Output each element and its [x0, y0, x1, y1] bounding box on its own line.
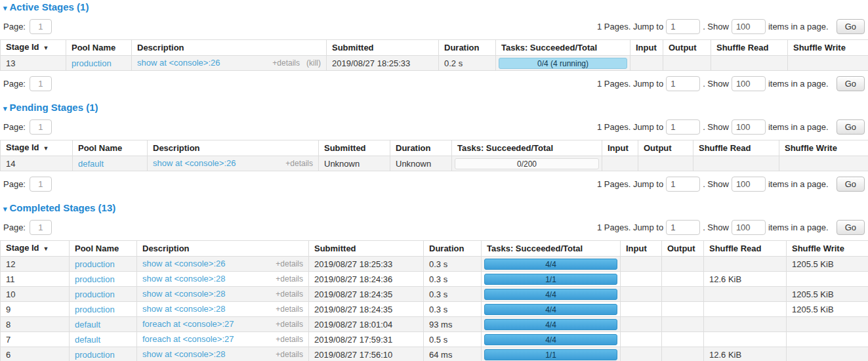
description-link[interactable]: show at <console>:26: [137, 58, 220, 68]
show-count-input[interactable]: [732, 19, 766, 34]
column-header-output[interactable]: Output: [662, 241, 704, 257]
column-header-output[interactable]: Output: [638, 140, 693, 156]
column-header-tasks-succeeded-total[interactable]: Tasks: Succeeded/Total: [496, 40, 630, 56]
column-header-output[interactable]: Output: [663, 40, 711, 56]
column-header-shuffle-read[interactable]: Shuffle Read: [711, 40, 788, 56]
details-toggle[interactable]: +details: [276, 305, 303, 314]
collapse-caret-icon[interactable]: ▾: [3, 3, 7, 14]
column-header-submitted[interactable]: Submitted: [327, 40, 439, 56]
details-toggle[interactable]: +details: [276, 289, 303, 299]
column-header-input[interactable]: Input: [630, 40, 663, 56]
column-header-duration[interactable]: Duration: [390, 140, 452, 156]
pagination-row: Page: 1 Pages. Jump to . Show items in a…: [3, 177, 865, 192]
column-header-input[interactable]: Input: [621, 241, 662, 257]
pagination-row: Page: 1 Pages. Jump to . Show items in a…: [3, 76, 865, 91]
kill-link[interactable]: (kill): [306, 58, 321, 68]
column-label: Stage Id: [6, 42, 39, 52]
column-header-shuffle-write[interactable]: Shuffle Write: [788, 40, 868, 56]
column-header-shuffle-write[interactable]: Shuffle Write: [787, 241, 868, 257]
stage-id-cell: 12: [1, 257, 70, 272]
go-button[interactable]: Go: [837, 220, 865, 235]
pool-link[interactable]: production: [75, 305, 115, 314]
page-number-input[interactable]: [30, 177, 52, 192]
go-button[interactable]: Go: [837, 76, 865, 91]
details-toggle[interactable]: +details: [276, 274, 303, 284]
column-header-shuffle-read[interactable]: Shuffle Read: [704, 241, 787, 257]
section-header-completed-stages[interactable]: ▾Completed Stages (13): [3, 202, 868, 215]
pool-link[interactable]: production: [75, 259, 115, 269]
pool-link[interactable]: production: [75, 274, 115, 284]
column-header-submitted[interactable]: Submitted: [319, 140, 390, 156]
description-link[interactable]: show at <console>:28: [142, 274, 225, 284]
submitted-cell: 2019/08/27 17:59:31: [309, 332, 424, 347]
pool-cell: default: [73, 156, 148, 171]
description-link[interactable]: show at <console>:28: [142, 304, 225, 314]
description-link[interactable]: show at <console>:26: [153, 158, 236, 168]
pool-cell: production: [70, 257, 137, 272]
description-link[interactable]: show at <console>:28: [142, 349, 225, 359]
pool-link[interactable]: production: [75, 289, 115, 299]
pool-link[interactable]: production: [72, 58, 112, 68]
pool-link[interactable]: default: [75, 335, 100, 345]
jump-to-input[interactable]: [666, 177, 700, 192]
column-header-stage-id[interactable]: Stage Id▼: [1, 140, 73, 156]
details-toggle[interactable]: +details: [285, 159, 313, 168]
column-header-stage-id[interactable]: Stage Id▼: [1, 40, 66, 56]
page-number-input[interactable]: [30, 76, 52, 91]
column-header-description[interactable]: Description: [137, 241, 309, 257]
column-header-description[interactable]: Description: [132, 40, 327, 56]
details-toggle[interactable]: +details: [272, 58, 300, 68]
go-button[interactable]: Go: [837, 119, 865, 135]
shuffle-read-cell: [704, 287, 787, 302]
description-link[interactable]: foreach at <console>:27: [142, 334, 234, 344]
show-count-input[interactable]: [732, 177, 766, 192]
jump-to-input[interactable]: [666, 76, 700, 91]
column-header-pool-name[interactable]: Pool Name: [66, 40, 132, 56]
description-link[interactable]: show at <console>:28: [142, 289, 225, 299]
column-header-description[interactable]: Description: [148, 140, 319, 156]
output-cell: [662, 302, 704, 317]
show-count-input[interactable]: [732, 119, 766, 135]
stage-id-cell: 14: [1, 156, 73, 171]
completed-stages-table: Stage Id▼Pool NameDescriptionSubmittedDu…: [0, 240, 868, 361]
details-toggle[interactable]: +details: [276, 259, 303, 268]
column-header-shuffle-read[interactable]: Shuffle Read: [693, 140, 779, 156]
description-link[interactable]: show at <console>:26: [142, 259, 225, 268]
pool-link[interactable]: default: [78, 159, 104, 169]
show-count-input[interactable]: [732, 220, 766, 235]
details-toggle[interactable]: +details: [276, 335, 303, 344]
jump-to-input[interactable]: [666, 220, 700, 235]
column-header-tasks-succeeded-total[interactable]: Tasks: Succeeded/Total: [452, 140, 602, 156]
jump-to-input[interactable]: [666, 19, 700, 34]
go-button[interactable]: Go: [837, 177, 865, 192]
pool-link[interactable]: default: [75, 320, 100, 329]
column-label: Stage Id: [6, 243, 39, 253]
page-number-input[interactable]: [30, 19, 52, 34]
details-toggle[interactable]: +details: [276, 350, 303, 359]
column-header-pool-name[interactable]: Pool Name: [73, 140, 148, 156]
column-header-input[interactable]: Input: [602, 140, 638, 156]
jump-to-input[interactable]: [666, 119, 700, 135]
section-header-pending-stages[interactable]: ▾Pending Stages (1): [3, 102, 868, 114]
section-header-active-stages[interactable]: ▾Active Stages (1): [3, 1, 868, 14]
description-link[interactable]: foreach at <console>:27: [142, 319, 234, 329]
pool-link[interactable]: production: [75, 350, 115, 360]
submitted-cell: 2019/08/27 18:01:04: [309, 317, 424, 332]
page-number-input[interactable]: [30, 119, 52, 135]
column-header-duration[interactable]: Duration: [424, 241, 482, 257]
items-text: items in a page.: [768, 22, 829, 32]
column-header-stage-id[interactable]: Stage Id▼: [1, 241, 70, 257]
details-toggle[interactable]: +details: [276, 320, 303, 329]
collapse-caret-icon[interactable]: ▾: [3, 203, 7, 215]
column-header-duration[interactable]: Duration: [439, 40, 496, 56]
collapse-caret-icon[interactable]: ▾: [3, 103, 7, 114]
column-header-shuffle-write[interactable]: Shuffle Write: [779, 140, 868, 156]
page-number-input[interactable]: [30, 220, 52, 235]
column-header-tasks-succeeded-total[interactable]: Tasks: Succeeded/Total: [482, 241, 621, 257]
show-count-input[interactable]: [732, 76, 766, 91]
column-header-pool-name[interactable]: Pool Name: [70, 241, 137, 257]
stage-id-cell: 11: [1, 272, 70, 287]
go-button[interactable]: Go: [837, 19, 865, 34]
tasks-cell: 4/4: [482, 287, 621, 302]
column-header-submitted[interactable]: Submitted: [309, 241, 424, 257]
